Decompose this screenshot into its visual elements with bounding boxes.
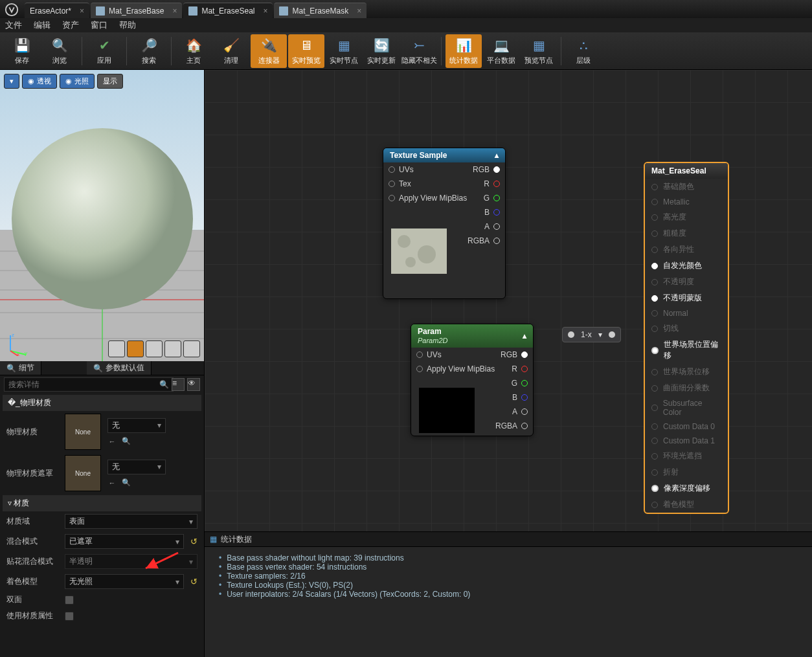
category-physical-material[interactable]: �_物理材质 (3, 395, 201, 411)
find-icon[interactable]: 🔍 (122, 478, 131, 487)
node-material-output[interactable]: Mat_EraseSeal 基础颜色Metallic高光度粗糙度各向异性自发光颜… (644, 162, 729, 514)
material-output-pin[interactable]: 折射 (645, 464, 728, 480)
preview-nodes-button[interactable]: ▦预览节点 (521, 34, 557, 68)
menu-help[interactable]: 帮助 (119, 19, 136, 31)
menu-edit[interactable]: 编辑 (34, 19, 51, 31)
search-button[interactable]: 🔎搜索 (131, 34, 167, 68)
material-graph[interactable]: Texture Sample▴ UVsRGB TexR Apply View M… (205, 70, 812, 531)
material-output-pin[interactable]: Metallic (645, 195, 728, 209)
preview-cylinder-button[interactable] (108, 340, 125, 357)
material-output-pin[interactable]: 切线 (645, 320, 728, 337)
material-output-pin[interactable]: 着色模型 (645, 496, 728, 513)
phys-mask-combo[interactable]: 无▾ (107, 460, 166, 474)
apply-button[interactable]: ✔应用 (86, 34, 122, 68)
material-output-pin[interactable]: 自发光颜色 (645, 258, 728, 274)
preview-mesh-button[interactable] (183, 340, 200, 357)
tab-erase-actor[interactable]: EraseActor*× (25, 3, 89, 18)
material-output-pin[interactable]: Normal (645, 306, 728, 320)
browse-button[interactable]: 🔍浏览 (41, 34, 78, 68)
material-output-pin[interactable]: 环境光遮挡 (645, 448, 728, 464)
material-output-pin[interactable]: Custom Data 0 (645, 419, 728, 434)
node-param2d[interactable]: ParamParam2D▴ UVsRGB Apply View MipBiasR… (411, 324, 534, 436)
use-material-attributes-checkbox[interactable] (65, 612, 74, 621)
svg-text:z: z (12, 332, 14, 338)
material-output-pin[interactable]: 各向异性 (645, 241, 728, 258)
close-icon[interactable]: × (263, 6, 267, 16)
material-output-pin[interactable]: 高光度 (645, 209, 728, 225)
hierarchy-button[interactable]: ⛬层级 (565, 34, 602, 68)
category-material[interactable]: ▿ 材质 (3, 495, 201, 511)
tab-mat-erasebase[interactable]: Mat_EraseBase× (91, 3, 182, 18)
material-output-pin[interactable]: 粗糙度 (645, 225, 728, 241)
viewport-options-button[interactable]: ▾ (4, 74, 19, 89)
material-output-pin[interactable]: Custom Data 1 (645, 434, 728, 448)
preview-cube-button[interactable] (164, 340, 181, 357)
material-preview-viewport[interactable]: ▾ ◉ 透视 ◉ 光照 显示 z y x (0, 70, 204, 361)
connectors-button[interactable]: 🔌连接器 (251, 34, 287, 68)
menu-file[interactable]: 文件 (5, 19, 22, 31)
find-icon[interactable]: 🔍 (122, 437, 131, 446)
save-button[interactable]: 💾保存 (4, 34, 40, 68)
clean-button[interactable]: 🧹清理 (213, 34, 249, 68)
arrow-left-icon[interactable]: ← (107, 437, 117, 446)
chevron-up-icon[interactable]: ▴ (495, 151, 499, 160)
reset-to-default-icon[interactable]: ↺ (190, 537, 197, 546)
arrow-left-icon[interactable]: ← (107, 478, 117, 487)
preview-plane-button[interactable] (146, 340, 163, 357)
live-update-button[interactable]: 🔄实时更新 (363, 34, 400, 68)
stats-panel-header[interactable]: ▦ 统计数据 (205, 531, 812, 547)
phys-material-combo[interactable]: 无▾ (107, 418, 166, 433)
tab-mat-eraseseal[interactable]: Mat_EraseSeal× (183, 3, 273, 18)
node-texture-sample[interactable]: Texture Sample▴ UVsRGB TexR Apply View M… (383, 148, 506, 299)
hide-unrelated-button[interactable]: ⤚隐藏不相关 (401, 34, 437, 68)
close-icon[interactable]: × (172, 6, 177, 16)
material-domain-combo[interactable]: 表面▾ (65, 514, 197, 529)
material-output-pin[interactable]: Subsurface Color (645, 396, 728, 419)
material-output-pin[interactable]: 曲面细分乘数 (645, 380, 728, 396)
material-output-pin[interactable]: 世界场景位置偏移 (645, 337, 728, 364)
chevron-down-icon[interactable]: ▾ (598, 330, 602, 339)
live-preview-button[interactable]: 🖥实时预览 (288, 34, 324, 68)
menu-asset[interactable]: 资产 (62, 19, 79, 31)
prop-label: 贴花混合模式 (6, 556, 58, 567)
details-search-input[interactable] (4, 377, 174, 392)
material-output-pin[interactable]: 不透明蒙版 (645, 290, 728, 306)
node-one-minus[interactable]: 1-x▾ (562, 327, 621, 342)
decal-blend-combo[interactable]: 半透明▾ (65, 554, 197, 569)
blend-mode-combo[interactable]: 已遮罩▾ (65, 534, 184, 549)
chevron-up-icon[interactable]: ▴ (523, 331, 526, 340)
menu-window[interactable]: 窗口 (91, 19, 107, 31)
tab-mat-erasemask[interactable]: Mat_EraseMask× (274, 3, 367, 18)
close-icon[interactable]: × (80, 6, 84, 16)
viewport-show-button[interactable]: 显示 (97, 74, 123, 89)
preview-sphere-button[interactable] (127, 340, 144, 357)
input-pin[interactable] (568, 331, 574, 338)
eye-toggle-button[interactable]: 👁 (187, 378, 200, 391)
tab-param-defaults[interactable]: 🔍参数默认值 (87, 361, 152, 375)
stats-button[interactable]: 📊统计数据 (445, 34, 482, 68)
svg-text:y: y (25, 350, 27, 356)
viewport-perspective-button[interactable]: ◉ 透视 (22, 74, 57, 89)
svg-point-10 (12, 128, 193, 309)
material-output-pin[interactable]: 世界场景位移 (645, 364, 728, 380)
prop-label: 双面 (6, 594, 58, 605)
two-sided-checkbox[interactable] (65, 596, 74, 605)
asset-thumbnail[interactable]: None (65, 455, 101, 491)
close-icon[interactable]: × (357, 6, 361, 16)
view-options-button[interactable]: ≡ (172, 378, 185, 391)
home-button[interactable]: 🏠主页 (175, 34, 212, 68)
search-icon: 🔍 (93, 364, 103, 373)
material-output-pin[interactable]: 基础颜色 (645, 179, 728, 195)
reset-to-default-icon[interactable]: ↺ (190, 577, 197, 586)
material-output-pin[interactable]: 像素深度偏移 (645, 480, 728, 496)
tab-details[interactable]: 🔍细节 (0, 361, 41, 375)
stats-line: •Base pass shader without light map: 39 … (219, 553, 798, 562)
shading-model-combo[interactable]: 无光照▾ (65, 574, 184, 589)
viewport-lit-button[interactable]: ◉ 光照 (60, 74, 95, 89)
stats-panel: •Base pass shader without light map: 39 … (205, 547, 812, 657)
live-nodes-button[interactable]: ▦实时节点 (326, 34, 362, 68)
asset-thumbnail[interactable]: None (65, 414, 101, 450)
platform-stats-button[interactable]: 💻平台数据 (483, 34, 519, 68)
material-output-pin[interactable]: 不透明度 (645, 274, 728, 290)
output-pin[interactable] (609, 331, 615, 338)
